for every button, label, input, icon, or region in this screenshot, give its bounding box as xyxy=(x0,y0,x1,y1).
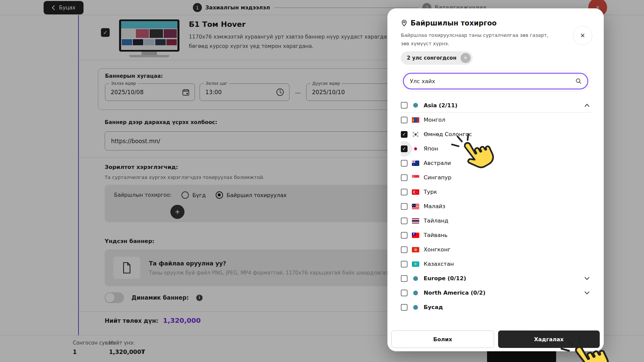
country-checkbox[interactable]: ✓ xyxy=(401,275,408,282)
country-row[interactable]: ✓ Монгол xyxy=(401,113,592,127)
location-pin-icon xyxy=(401,19,408,27)
selected-countries-chip: 2 улс сонгогдсон × xyxy=(401,51,473,65)
flag-icon xyxy=(412,161,419,166)
flag-icon xyxy=(412,247,419,252)
country-checkbox[interactable]: ✓ xyxy=(401,102,408,109)
app-window: Буцах 1 Захиалгын мэдээлэл 2 Баталгаажуу… xyxy=(0,0,644,362)
flag-icon xyxy=(412,175,419,180)
country-row[interactable]: ✓ Сингапур xyxy=(401,170,592,185)
country-checkbox[interactable]: ✓ xyxy=(401,203,408,210)
country-row[interactable]: ✓ Хонгконг xyxy=(401,242,592,257)
country-label: Тайланд xyxy=(424,218,592,224)
country-row[interactable]: ✓ Бусад xyxy=(401,300,592,314)
country-checkbox[interactable]: ✓ xyxy=(401,145,408,152)
modal-close-button[interactable]: × xyxy=(573,26,592,45)
country-row[interactable]: ✓ Тайланд xyxy=(401,214,592,228)
flag-icon xyxy=(412,146,419,152)
flag-icon xyxy=(412,103,419,108)
flag-icon xyxy=(412,204,419,209)
country-label: Монгол xyxy=(424,117,592,123)
country-label: Asia (2/11) xyxy=(424,102,580,109)
country-label: Австрали xyxy=(424,160,592,166)
flag-icon xyxy=(412,117,419,123)
flag-icon xyxy=(412,261,419,267)
country-row[interactable]: ✓ Казахстан xyxy=(401,257,592,271)
cancel-button[interactable]: Болих xyxy=(391,330,494,348)
search-icon[interactable] xyxy=(575,78,582,84)
country-label: Europe (0/12) xyxy=(424,275,580,282)
country-checkbox[interactable]: ✓ xyxy=(401,290,408,296)
location-settings-modal: Байршилын тохиргоо Байршлаа тохируулснаа… xyxy=(387,8,604,351)
flag-icon xyxy=(412,305,419,310)
country-row[interactable]: ✓ Япон xyxy=(401,141,592,156)
country-checkbox[interactable]: ✓ xyxy=(401,304,408,311)
country-list: ✓ Asia (2/11) ✓ Монгол ✓ Өмнөд Солонгос … xyxy=(401,98,592,320)
country-row[interactable]: ✓ Asia (2/11) xyxy=(401,98,592,113)
country-checkbox[interactable]: ✓ xyxy=(401,174,408,181)
country-row[interactable]: ✓ Europe (0/12) xyxy=(401,271,592,286)
country-row[interactable]: ✓ Австрали xyxy=(401,156,592,170)
country-row[interactable]: ✓ Турк xyxy=(401,185,592,199)
country-checkbox[interactable]: ✓ xyxy=(401,232,408,239)
country-checkbox[interactable]: ✓ xyxy=(401,117,408,123)
country-checkbox[interactable]: ✓ xyxy=(401,189,408,195)
country-label: Бусад xyxy=(424,304,592,310)
country-search-wrapper xyxy=(401,71,590,92)
country-label: Малайз xyxy=(424,203,592,209)
country-checkbox[interactable]: ✓ xyxy=(401,218,408,224)
chevron-down-icon[interactable] xyxy=(584,277,590,280)
flag-icon xyxy=(412,132,419,137)
country-checkbox[interactable]: ✓ xyxy=(401,160,408,167)
country-checkbox[interactable]: ✓ xyxy=(401,261,408,267)
modal-description: Байршлаа тохируулснаар таны сурталчилгаа… xyxy=(401,31,548,48)
country-label: Тайвань xyxy=(424,232,592,238)
chip-clear-button[interactable]: × xyxy=(461,53,471,63)
flag-icon xyxy=(412,218,419,224)
flag-icon xyxy=(412,290,419,296)
close-icon: × xyxy=(464,55,467,61)
country-checkbox[interactable]: ✓ xyxy=(401,246,408,253)
country-row[interactable]: ✓ Тайвань xyxy=(401,228,592,242)
country-checkbox[interactable]: ✓ xyxy=(401,131,408,138)
flag-icon xyxy=(412,233,419,238)
country-label: Өмнөд Солонгос xyxy=(424,131,592,137)
chevron-down-icon[interactable] xyxy=(584,291,590,295)
modal-title: Байршилын тохиргоо xyxy=(411,19,497,27)
country-label: North America (0/2) xyxy=(424,290,580,296)
country-row[interactable]: ✓ Малайз xyxy=(401,199,592,214)
close-icon: × xyxy=(580,31,585,40)
save-button[interactable]: Хадгалах xyxy=(498,330,600,348)
flag-icon xyxy=(412,276,419,281)
country-label: Турк xyxy=(424,189,592,195)
country-row[interactable]: ✓ North America (0/2) xyxy=(401,286,592,300)
chevron-up-icon[interactable] xyxy=(584,104,590,107)
country-search-input[interactable] xyxy=(410,78,575,84)
country-label: Казахстан xyxy=(424,261,592,267)
country-label: Сингапур xyxy=(424,174,592,181)
flag-icon xyxy=(412,189,419,195)
country-row[interactable]: ✓ Өмнөд Солонгос xyxy=(401,127,592,141)
country-label: Япон xyxy=(424,145,592,152)
chip-label: 2 улс сонгогдсон xyxy=(407,55,457,61)
country-label: Хонгконг xyxy=(424,246,592,253)
